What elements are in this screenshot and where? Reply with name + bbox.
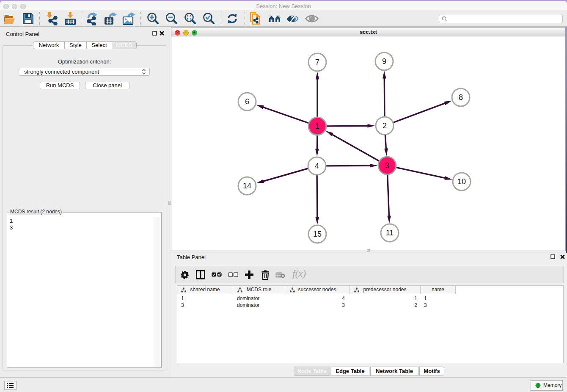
- svg-text:14: 14: [243, 182, 251, 190]
- svg-text:8: 8: [459, 93, 463, 102]
- svg-text:10: 10: [457, 177, 466, 186]
- svg-text:3: 3: [385, 161, 389, 170]
- svg-text:11: 11: [386, 229, 394, 237]
- svg-text:7: 7: [315, 58, 319, 66]
- svg-text:9: 9: [382, 57, 386, 66]
- svg-text:2: 2: [383, 121, 387, 130]
- svg-text:6: 6: [245, 97, 249, 106]
- svg-text:1: 1: [315, 122, 319, 130]
- svg-text:4: 4: [315, 162, 319, 170]
- svg-text:15: 15: [313, 230, 322, 238]
